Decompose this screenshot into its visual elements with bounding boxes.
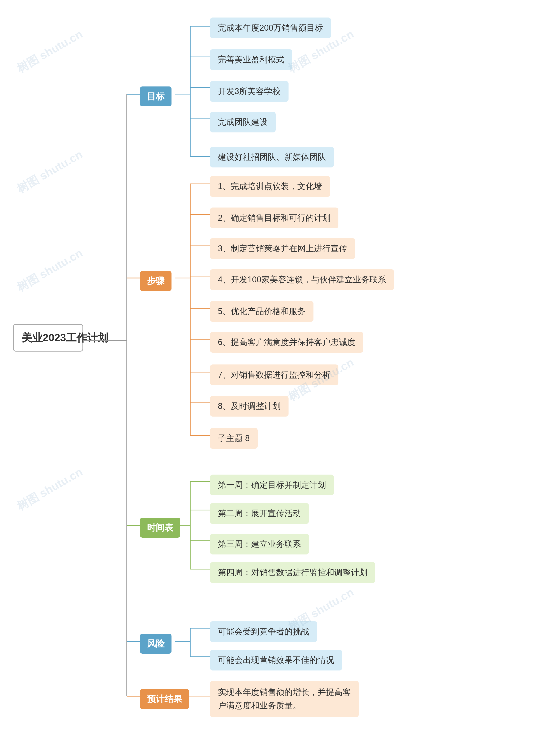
leaf-fengxian-0: 可能会受到竞争者的挑战 <box>210 621 317 642</box>
leaf-mubiao-2: 开发3所美容学校 <box>210 81 289 102</box>
leaf-buzhou-6: 7、对销售数据进行监控和分析 <box>210 364 338 385</box>
mind-map: 树图 shutu.cn 树图 shutu.cn 树图 shutu.cn 树图 s… <box>0 0 560 739</box>
root-node: 美业2023工作计划 <box>13 324 83 351</box>
leaf-buzhou-7: 8、及时调整计划 <box>210 396 289 417</box>
branch-buzhou: 步骤 <box>140 271 172 291</box>
leaf-buzhou-0: 1、完成培训点软装，文化墙 <box>210 176 330 197</box>
branch-yujie: 预计结果 <box>140 689 189 709</box>
leaf-mubiao-0: 完成本年度200万销售额目标 <box>210 17 331 38</box>
watermark: 树图 shutu.cn <box>14 26 85 77</box>
leaf-mubiao-3: 完成团队建设 <box>210 112 275 132</box>
leaf-buzhou-4: 5、优化产品价格和服务 <box>210 301 314 322</box>
branch-mubiao: 目标 <box>140 87 172 106</box>
leaf-buzhou-8: 子主题 8 <box>210 428 258 449</box>
leaf-shijian-2: 第三周：建立业务联系 <box>210 534 309 555</box>
leaf-buzhou-1: 2、确定销售目标和可行的计划 <box>210 207 338 228</box>
leaf-fengxian-1: 可能会出现营销效果不佳的情况 <box>210 650 342 671</box>
leaf-mubiao-1: 完善美业盈利模式 <box>210 49 292 70</box>
leaf-buzhou-2: 3、制定营销策略并在网上进行宣传 <box>210 238 355 259</box>
leaf-mubiao-4: 建设好社招团队、新媒体团队 <box>210 147 334 167</box>
leaf-buzhou-3: 4、开发100家美容连锁，与伙伴建立业务联系 <box>210 269 394 290</box>
branch-shijian-label: 时间表 <box>147 523 173 532</box>
branch-mubiao-label: 目标 <box>147 92 165 101</box>
branch-shijian: 时间表 <box>140 518 180 538</box>
watermark: 树图 shutu.cn <box>14 464 85 514</box>
watermark: 树图 shutu.cn <box>14 245 85 295</box>
watermark: 树图 shutu.cn <box>14 147 85 197</box>
branch-buzhou-label: 步骤 <box>147 276 165 286</box>
leaf-yujie-0: 实现本年度销售额的增长，并提高客户满意度和业务质量。 <box>210 681 359 717</box>
leaf-shijian-1: 第二周：展开宣传活动 <box>210 503 309 524</box>
branch-fengxian-label: 风险 <box>147 639 165 648</box>
branch-fengxian: 风险 <box>140 634 172 653</box>
root-label: 美业2023工作计划 <box>22 332 108 343</box>
leaf-buzhou-5: 6、提高客户满意度并保持客户忠诚度 <box>210 332 363 353</box>
branch-yujie-label: 预计结果 <box>147 694 182 704</box>
leaf-shijian-3: 第四周：对销售数据进行监控和调整计划 <box>210 562 375 583</box>
leaf-shijian-0: 第一周：确定目标并制定计划 <box>210 475 334 495</box>
